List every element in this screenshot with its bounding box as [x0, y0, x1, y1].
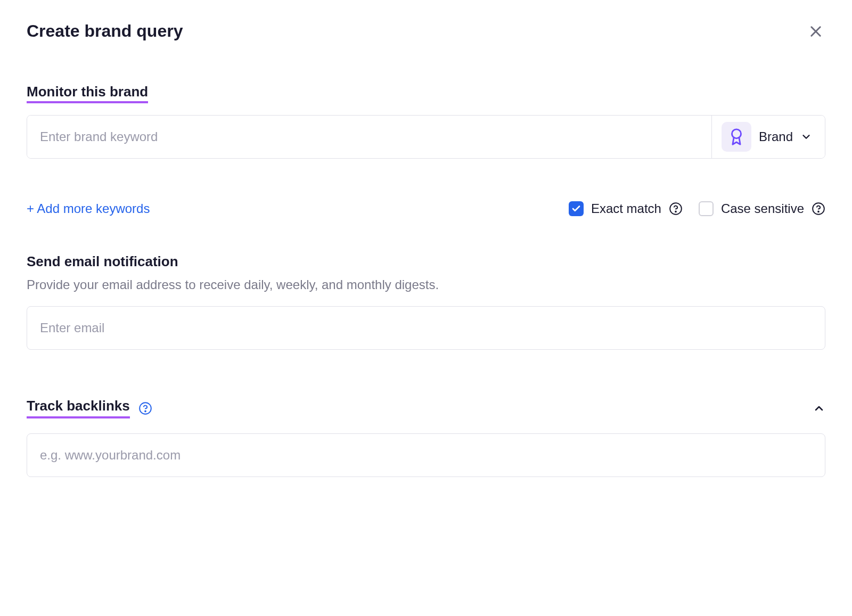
ribbon-icon: [727, 128, 746, 146]
chevron-up-icon[interactable]: [813, 402, 825, 415]
dialog-title: Create brand query: [27, 21, 183, 41]
email-heading: Send email notification: [27, 253, 825, 270]
brand-icon-bg: [722, 122, 751, 152]
add-keywords-button[interactable]: + Add more keywords: [27, 201, 150, 216]
help-icon[interactable]: [812, 202, 825, 216]
svg-point-8: [145, 410, 146, 412]
svg-point-4: [675, 211, 676, 212]
svg-point-2: [732, 129, 741, 138]
help-icon[interactable]: [138, 401, 152, 415]
brand-type-selector[interactable]: Brand: [711, 116, 825, 158]
email-input[interactable]: [27, 306, 825, 350]
help-icon[interactable]: [669, 202, 683, 216]
close-icon: [808, 24, 823, 39]
backlinks-input[interactable]: [27, 433, 825, 477]
monitor-heading: Monitor this brand: [27, 84, 148, 103]
chevron-down-icon: [800, 131, 812, 143]
svg-point-6: [818, 211, 819, 212]
check-icon: [571, 204, 581, 213]
brand-keyword-input[interactable]: [27, 116, 711, 158]
exact-match-checkbox[interactable]: [569, 201, 584, 216]
case-sensitive-label: Case sensitive: [721, 201, 804, 216]
email-description: Provide your email address to receive da…: [27, 277, 825, 292]
brand-type-label: Brand: [759, 129, 793, 144]
exact-match-label: Exact match: [591, 201, 661, 216]
close-button[interactable]: [806, 22, 825, 41]
case-sensitive-checkbox[interactable]: [699, 201, 714, 216]
backlinks-heading: Track backlinks: [27, 398, 130, 418]
